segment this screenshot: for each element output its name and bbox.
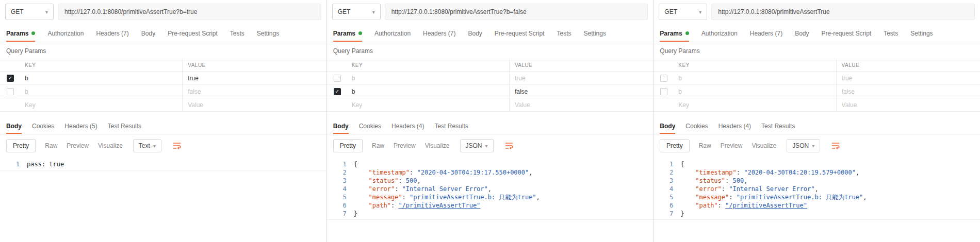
param-key-cell[interactable]: b — [348, 72, 509, 84]
code-text: } — [354, 210, 357, 218]
resp-tab-test-results[interactable]: Test Results — [761, 118, 795, 134]
tab-headers[interactable]: Headers (7) — [96, 25, 128, 42]
resp-tab-body[interactable]: Body — [660, 118, 675, 134]
row-checkbox[interactable] — [334, 75, 341, 82]
code-text: "message": "primitiveAssertTrue.b: 只能为tr… — [354, 193, 540, 201]
response-view-bar: Pretty Raw Preview Visualize JSON ▾ — [327, 134, 654, 157]
view-tab-visualize[interactable]: Visualize — [752, 142, 776, 149]
resp-tab-cookies[interactable]: Cookies — [685, 118, 708, 134]
resp-tab-test-results[interactable]: Test Results — [108, 118, 141, 134]
param-row-empty: Key Value — [327, 98, 654, 112]
format-select[interactable]: JSON ▾ — [787, 139, 820, 152]
view-tab-raw[interactable]: Raw — [372, 142, 384, 149]
method-select[interactable]: GET ▾ — [5, 4, 54, 20]
params-active-dot-icon — [358, 31, 362, 35]
view-tab-visualize[interactable]: Visualize — [98, 142, 123, 149]
view-tab-pretty[interactable]: Pretty — [660, 139, 689, 152]
checkbox-cell — [0, 72, 21, 84]
code-text: pass: true — [27, 160, 64, 168]
tab-params[interactable]: Params — [333, 25, 362, 42]
view-tab-preview[interactable]: Preview — [67, 142, 89, 149]
param-value-placeholder[interactable]: Value — [182, 98, 326, 111]
resp-tab-test-results[interactable]: Test Results — [434, 118, 468, 134]
resp-tab-cookies[interactable]: Cookies — [32, 118, 54, 134]
param-key-placeholder[interactable]: Key — [348, 98, 509, 111]
resp-tab-body[interactable]: Body — [333, 118, 349, 134]
wrap-text-button[interactable] — [831, 142, 840, 149]
tab-body[interactable]: Body — [141, 25, 155, 42]
param-value-cell[interactable]: false — [182, 85, 326, 98]
tab-params[interactable]: Params — [6, 25, 35, 42]
view-tab-raw[interactable]: Raw — [45, 142, 57, 149]
view-tab-preview[interactable]: Preview — [394, 142, 416, 149]
param-value-cell[interactable]: true — [509, 72, 653, 84]
tab-settings[interactable]: Settings — [257, 25, 279, 42]
resp-tab-headers[interactable]: Headers (4) — [718, 118, 751, 134]
wrap-text-button[interactable] — [173, 142, 181, 149]
param-key-cell[interactable]: b — [21, 72, 182, 84]
response-body-code[interactable]: 1pass: true — [0, 157, 326, 170]
method-select[interactable]: GET ▾ — [332, 4, 381, 20]
row-checkbox[interactable] — [7, 75, 14, 82]
tab-pre-request-script[interactable]: Pre-request Script — [168, 25, 218, 42]
url-input[interactable]: http://127.0.0.1:8080/primitiveAssertTru… — [58, 4, 321, 20]
param-value-cell[interactable]: false — [836, 85, 980, 98]
tab-tests[interactable]: Tests — [557, 25, 571, 42]
param-key-cell[interactable]: b — [21, 85, 182, 98]
query-params-title: Query Params — [0, 42, 326, 59]
method-label: GET — [664, 8, 677, 15]
line-number: 1 — [654, 160, 680, 168]
tab-pre-request-script[interactable]: Pre-request Script — [495, 25, 545, 42]
tab-headers[interactable]: Headers (7) — [750, 25, 782, 42]
view-tab-raw[interactable]: Raw — [699, 142, 711, 149]
resp-tab-body[interactable]: Body — [6, 118, 22, 134]
response-body-code[interactable]: 1{2 "timestamp": "2020-04-30T04:19:17.55… — [327, 157, 654, 220]
row-checkbox[interactable] — [660, 75, 667, 82]
format-select[interactable]: JSON ▾ — [460, 139, 494, 152]
query-params-title: Query Params — [327, 42, 654, 59]
table-header-row: KEY VALUE — [654, 59, 980, 72]
tab-tests[interactable]: Tests — [884, 25, 898, 42]
tab-authorization[interactable]: Authorization — [374, 25, 411, 42]
param-row: b true — [654, 72, 980, 85]
param-value-placeholder[interactable]: Value — [509, 98, 653, 111]
tab-headers[interactable]: Headers (7) — [423, 25, 455, 42]
row-checkbox[interactable] — [660, 88, 667, 95]
code-line: 6 "path": "/primitiveAssertTrue" — [654, 201, 980, 210]
row-checkbox[interactable] — [7, 88, 14, 95]
param-value-cell[interactable]: false — [509, 85, 653, 98]
url-input[interactable]: http://127.0.0.1:8080/primitiveAssertTru… — [711, 4, 975, 20]
resp-tab-headers[interactable]: Headers (5) — [64, 118, 97, 134]
tab-authorization[interactable]: Authorization — [701, 25, 738, 42]
resp-tab-headers[interactable]: Headers (4) — [391, 118, 424, 134]
view-tab-pretty[interactable]: Pretty — [6, 139, 36, 152]
view-tab-pretty[interactable]: Pretty — [333, 139, 363, 152]
view-tab-preview[interactable]: Preview — [721, 142, 743, 149]
param-key-cell[interactable]: b — [674, 85, 836, 98]
param-value-cell[interactable]: true — [836, 72, 980, 84]
param-key-placeholder[interactable]: Key — [674, 98, 836, 111]
tab-pre-request-script[interactable]: Pre-request Script — [821, 25, 871, 42]
method-select[interactable]: GET ▾ — [659, 4, 707, 20]
tab-settings[interactable]: Settings — [910, 25, 933, 42]
tab-body[interactable]: Body — [795, 25, 809, 42]
resp-tab-cookies[interactable]: Cookies — [359, 118, 381, 134]
format-select[interactable]: Text ▾ — [133, 139, 161, 152]
tab-params[interactable]: Params — [660, 25, 689, 42]
url-input[interactable]: http://127.0.0.1:8080/primitiveAssertTru… — [385, 4, 648, 20]
param-value-cell[interactable]: true — [182, 72, 326, 84]
tab-tests[interactable]: Tests — [230, 25, 244, 42]
view-tab-visualize[interactable]: Visualize — [425, 142, 450, 149]
param-key-cell[interactable]: b — [674, 72, 836, 84]
response-tabs: Body Cookies Headers (4) Test Results — [654, 118, 980, 134]
row-checkbox[interactable] — [334, 88, 341, 95]
tab-body[interactable]: Body — [468, 25, 482, 42]
param-key-cell[interactable]: b — [348, 85, 509, 98]
tab-authorization[interactable]: Authorization — [47, 25, 84, 42]
tab-settings[interactable]: Settings — [584, 25, 606, 42]
param-value-placeholder[interactable]: Value — [836, 98, 980, 111]
wrap-text-button[interactable] — [505, 142, 513, 149]
param-key-placeholder[interactable]: Key — [21, 98, 182, 111]
wrap-text-icon — [505, 142, 513, 149]
response-body-code[interactable]: 1{2 "timestamp": "2020-04-30T04:20:19.57… — [654, 157, 980, 220]
